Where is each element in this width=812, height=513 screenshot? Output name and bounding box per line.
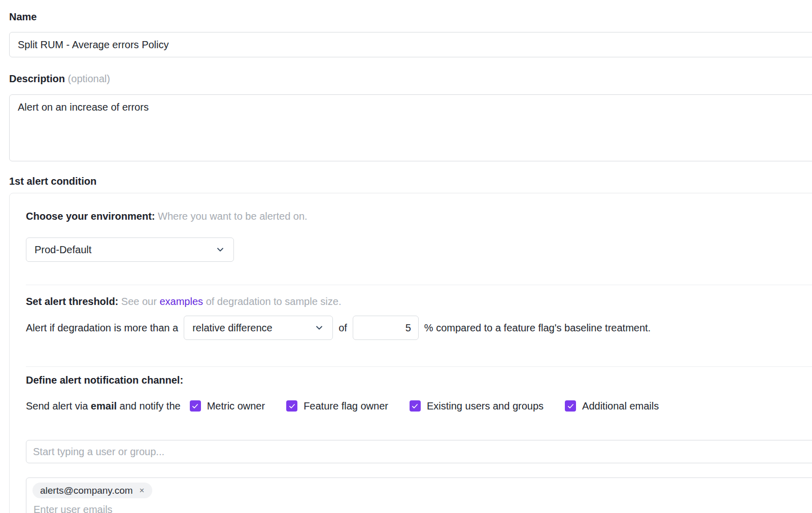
notification-label-bold: Define alert notification channel: bbox=[26, 374, 183, 386]
chip-remove-icon[interactable]: × bbox=[140, 486, 145, 495]
send-prefix: Send alert via bbox=[26, 400, 88, 412]
checked-checkbox bbox=[410, 400, 421, 412]
threshold-row: Alert if degradation is more than a rela… bbox=[26, 316, 812, 340]
checkbox-metric-owner[interactable]: Metric owner bbox=[190, 399, 265, 413]
checked-checkbox bbox=[286, 400, 297, 412]
alert-condition-heading: 1st alert condition bbox=[9, 175, 812, 188]
examples-link[interactable]: examples bbox=[159, 296, 203, 307]
environment-label: Choose your environment: Where you want … bbox=[26, 210, 812, 223]
threshold-row-suffix: % compared to a feature flag's baseline … bbox=[424, 322, 651, 334]
comparison-type-value: relative difference bbox=[192, 322, 273, 334]
checkbox-label: Metric owner bbox=[207, 399, 265, 413]
send-bold-email: email bbox=[91, 400, 117, 412]
threshold-label: Set alert threshold: See our examples of… bbox=[26, 295, 812, 308]
description-label-text: Description bbox=[9, 73, 65, 84]
checkbox-label: Existing users and groups bbox=[427, 399, 544, 413]
chevron-down-icon bbox=[215, 245, 225, 255]
environment-label-bold: Choose your environment: bbox=[26, 211, 155, 222]
alert-condition-panel: Choose your environment: Where you want … bbox=[9, 193, 812, 513]
checkbox-label: Additional emails bbox=[582, 399, 659, 413]
email-chip: alerts@company.com × bbox=[32, 483, 152, 498]
section-divider bbox=[26, 285, 812, 285]
enter-user-emails-input[interactable] bbox=[32, 504, 235, 513]
checkbox-additional-emails[interactable]: Additional emails bbox=[565, 399, 659, 413]
checkmark-icon bbox=[191, 402, 199, 410]
threshold-hint-after: of degradation to sample size. bbox=[206, 296, 342, 307]
description-optional-text: (optional) bbox=[68, 73, 110, 84]
send-alert-sentence: Send alert via email and notify the bbox=[26, 399, 181, 413]
checkmark-icon bbox=[567, 402, 574, 410]
email-chip-text: alerts@company.com bbox=[40, 485, 133, 496]
threshold-hint-before: See our bbox=[121, 296, 157, 307]
of-text: of bbox=[339, 322, 347, 334]
threshold-value-input[interactable] bbox=[353, 316, 419, 340]
alert-policy-form: Name Description (optional) Alert on an … bbox=[0, 0, 812, 513]
comparison-type-select[interactable]: relative difference bbox=[184, 316, 333, 340]
description-label: Description (optional) bbox=[9, 72, 812, 85]
checkbox-existing-users-groups[interactable]: Existing users and groups bbox=[410, 399, 544, 413]
checked-checkbox bbox=[565, 400, 576, 412]
environment-select[interactable]: Prod-Default bbox=[26, 237, 234, 262]
checked-checkbox bbox=[190, 400, 201, 412]
environment-select-value: Prod-Default bbox=[35, 244, 91, 256]
section-divider bbox=[26, 366, 812, 367]
user-group-search-input[interactable] bbox=[26, 440, 812, 463]
name-label: Name bbox=[9, 10, 812, 23]
chevron-down-icon bbox=[314, 323, 324, 333]
additional-emails-box[interactable]: alerts@company.com × bbox=[26, 477, 812, 513]
checkbox-feature-flag-owner[interactable]: Feature flag owner bbox=[286, 399, 388, 413]
environment-label-hint: Where you want to be alerted on. bbox=[158, 211, 308, 222]
checkmark-icon bbox=[288, 402, 296, 410]
checkmark-icon bbox=[411, 402, 419, 410]
notification-channel-row: Send alert via email and notify the Metr… bbox=[26, 399, 812, 413]
policy-name-input[interactable] bbox=[9, 32, 812, 57]
description-textarea[interactable]: Alert on an increase of errors bbox=[9, 94, 812, 161]
send-suffix: and notify the bbox=[120, 400, 181, 412]
checkbox-label: Feature flag owner bbox=[303, 399, 388, 413]
threshold-label-bold: Set alert threshold: bbox=[26, 296, 118, 307]
threshold-row-prefix: Alert if degradation is more than a bbox=[26, 322, 178, 334]
notification-label: Define alert notification channel: bbox=[26, 373, 812, 387]
